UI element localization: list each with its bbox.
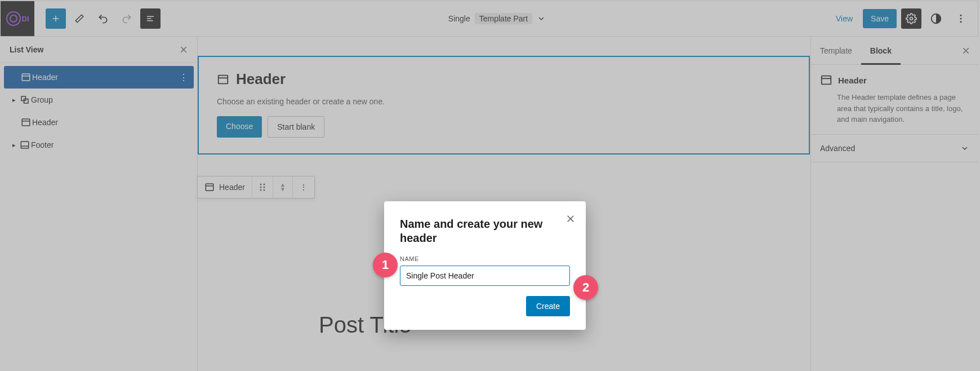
- callout-badge-1: 1: [373, 253, 398, 277]
- create-header-modal: Name and create your new header NAME Cre…: [384, 201, 586, 330]
- modal-name-input[interactable]: [400, 266, 570, 286]
- modal-name-label: NAME: [400, 255, 570, 262]
- modal-title: Name and create your new header: [400, 217, 570, 245]
- callout-badge-2: 2: [573, 275, 598, 300]
- modal-close-button[interactable]: [565, 214, 576, 224]
- modal-create-button[interactable]: Create: [526, 296, 570, 316]
